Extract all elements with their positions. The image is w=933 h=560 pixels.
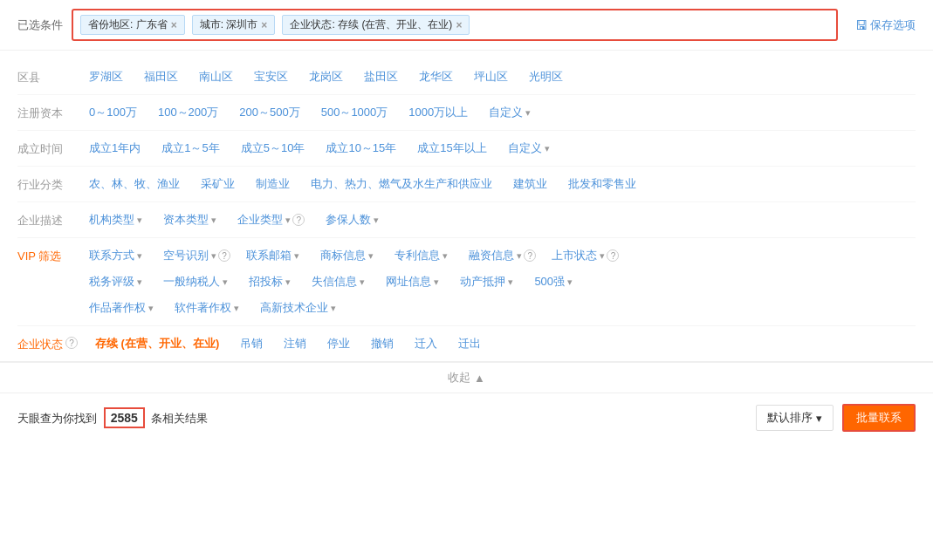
vip-row2: 税务评级 一般纳税人 招投标 失信信息 网址信息 动产抵押 500强 <box>17 266 916 292</box>
district-item-yantian[interactable]: 盐田区 <box>353 66 408 87</box>
capital-label: 注册资本 <box>17 102 79 121</box>
batch-contact-button[interactable]: 批量联系 <box>842 404 916 432</box>
status-item-cancelled[interactable]: 注销 <box>273 333 317 354</box>
district-item-longgang[interactable]: 龙岗区 <box>298 66 353 87</box>
financing-question-icon[interactable]: ? <box>524 249 536 262</box>
founded-item-1y[interactable]: 成立1年内 <box>79 138 151 159</box>
listed-question-icon[interactable]: ? <box>607 249 619 262</box>
vip-item-listed[interactable]: 上市状态 <box>552 248 605 263</box>
industry-item-mining[interactable]: 采矿业 <box>190 174 245 195</box>
result-prefix: 天眼查为你找到 <box>17 412 97 425</box>
district-item-baoan[interactable]: 宝安区 <box>244 66 298 87</box>
vip-items-row2: 税务评级 一般纳税人 招投标 失信信息 网址信息 动产抵押 500强 <box>79 271 916 292</box>
industry-items: 农、林、牧、渔业 采矿业 制造业 电力、热力、燃气及水生产和供应业 建筑业 批发… <box>79 174 916 195</box>
district-items: 罗湖区 福田区 南山区 宝安区 龙岗区 盐田区 龙华区 坪山区 光明区 <box>79 66 916 87</box>
filter-container: 区县 罗湖区 福田区 南山区 宝安区 龙岗区 盐田区 龙华区 坪山区 光明区 注… <box>0 51 933 362</box>
sort-button[interactable]: 默认排序 ▾ <box>756 405 834 431</box>
vip-item-500[interactable]: 500强 <box>524 271 583 292</box>
tag-status[interactable]: 企业状态: 存续 (在营、开业、在业) × <box>282 15 470 35</box>
save-label: 保存选项 <box>870 17 916 33</box>
desc-item-capital-type[interactable]: 资本类型 <box>153 209 227 230</box>
capital-item-500-1000[interactable]: 500～1000万 <box>311 102 399 123</box>
vip-item-trademark[interactable]: 商标信息 <box>310 245 384 266</box>
vip-item-listed-wrapper: 上市状态 ? <box>541 245 624 266</box>
tag-city-text: 城市: 深圳市 <box>200 17 258 32</box>
selected-tags-container: 省份地区: 广东省 × 城市: 深圳市 × 企业状态: 存续 (在营、开业、在业… <box>72 9 838 41</box>
capital-item-0-100[interactable]: 0～100万 <box>79 102 147 123</box>
tag-city-close[interactable]: × <box>261 19 267 31</box>
save-icon: 🖫 <box>855 18 868 32</box>
enterprise-type-question-icon[interactable]: ? <box>292 214 305 226</box>
vip-item-copyright-work[interactable]: 作品著作权 <box>79 297 164 318</box>
founded-item-10-15y[interactable]: 成立10～15年 <box>315 138 407 159</box>
vip-item-bidding[interactable]: 招投标 <box>238 271 301 292</box>
capital-item-custom[interactable]: 自定义 <box>478 102 541 123</box>
capital-filter-row: 注册资本 0～100万 100～200万 200～500万 500～1000万 … <box>17 95 916 131</box>
industry-item-power[interactable]: 电力、热力、燃气及水生产和供应业 <box>300 174 503 195</box>
vip-item-email[interactable]: 联系邮箱 <box>236 245 310 266</box>
industry-item-construction[interactable]: 建筑业 <box>503 174 558 195</box>
founded-item-custom[interactable]: 自定义 <box>497 138 560 159</box>
vip-item-patent[interactable]: 专利信息 <box>384 245 458 266</box>
enterprise-status-question-icon[interactable]: ? <box>65 337 78 349</box>
status-item-suspended[interactable]: 停业 <box>317 333 360 354</box>
vip-item-property[interactable]: 动产抵押 <box>449 271 524 292</box>
tag-status-close[interactable]: × <box>456 19 462 31</box>
vip-item-financing[interactable]: 融资信息 <box>469 248 522 263</box>
founded-item-1-5y[interactable]: 成立1～5年 <box>151 138 230 159</box>
capital-item-100-200[interactable]: 100～200万 <box>147 102 229 123</box>
vip-item-copyright-software[interactable]: 软件著作权 <box>164 297 250 318</box>
enterprise-status-label: 企业状态 <box>17 333 63 352</box>
status-item-revoked[interactable]: 吊销 <box>230 333 273 354</box>
vip-item-website[interactable]: 网址信息 <box>375 271 449 292</box>
district-item-luohu[interactable]: 罗湖区 <box>79 66 134 87</box>
desc-item-insured[interactable]: 参保人数 <box>315 209 389 230</box>
district-filter-row: 区县 罗湖区 福田区 南山区 宝安区 龙岗区 盐田区 龙华区 坪山区 光明区 <box>17 59 916 95</box>
founded-filter-row: 成立时间 成立1年内 成立1～5年 成立5～10年 成立10～15年 成立15年… <box>17 131 916 167</box>
capital-item-200-500[interactable]: 200～500万 <box>229 102 310 123</box>
founded-item-5-10y[interactable]: 成立5～10年 <box>230 138 316 159</box>
status-item-moved-in[interactable]: 迁入 <box>404 333 448 354</box>
vip-items-row3: 作品著作权 软件著作权 高新技术企业 <box>79 297 916 318</box>
vip-row2-spacer <box>17 271 79 275</box>
tag-province-close[interactable]: × <box>171 19 177 31</box>
vip-item-tax[interactable]: 税务评级 <box>79 271 153 292</box>
status-item-withdrawn[interactable]: 撤销 <box>360 333 404 354</box>
sort-label: 默认排序 <box>767 410 813 426</box>
desc-item-org-type[interactable]: 机构类型 <box>79 209 153 230</box>
collapse-row: 收起 ▲ <box>0 362 933 393</box>
founded-item-15yplus[interactable]: 成立15年以上 <box>407 138 497 159</box>
result-right: 默认排序 ▾ 批量联系 <box>756 404 916 432</box>
capital-item-1000plus[interactable]: 1000万以上 <box>398 102 478 123</box>
tag-province-text: 省份地区: 广东省 <box>88 17 168 32</box>
status-item-moved-out[interactable]: 迁出 <box>448 333 491 354</box>
empty-num-question-icon[interactable]: ? <box>218 249 230 262</box>
vip-item-empty-num[interactable]: 空号识别 <box>163 248 216 263</box>
tag-city[interactable]: 城市: 深圳市 × <box>192 15 276 35</box>
collapse-label: 收起 <box>448 370 470 386</box>
vip-item-high-tech[interactable]: 高新技术企业 <box>250 297 346 318</box>
industry-item-retail[interactable]: 批发和零售业 <box>558 174 647 195</box>
sort-arrow-icon: ▾ <box>816 412 822 425</box>
tag-province[interactable]: 省份地区: 广东省 × <box>80 15 185 35</box>
save-options-button[interactable]: 🖫 保存选项 <box>855 17 916 33</box>
vip-filter-row: VIP 筛选 联系方式 空号识别 ? 联系邮箱 商标信息 专利信息 融资信息 ?… <box>17 238 916 326</box>
district-item-pingshan[interactable]: 坪山区 <box>463 66 518 87</box>
district-item-nanshan[interactable]: 南山区 <box>189 66 244 87</box>
enterprise-status-label-wrapper: 企业状态 ? <box>17 333 78 352</box>
vip-item-dishonest[interactable]: 失信信息 <box>301 271 375 292</box>
founded-items: 成立1年内 成立1～5年 成立5～10年 成立10～15年 成立15年以上 自定… <box>79 138 916 159</box>
vip-row1: VIP 筛选 联系方式 空号识别 ? 联系邮箱 商标信息 专利信息 融资信息 ?… <box>17 245 916 266</box>
vip-item-taxpayer[interactable]: 一般纳税人 <box>153 271 238 292</box>
district-item-guangming[interactable]: 光明区 <box>518 66 573 87</box>
result-suffix: 条相关结果 <box>151 412 208 425</box>
industry-item-manufacturing[interactable]: 制造业 <box>245 174 300 195</box>
industry-item-agri[interactable]: 农、林、牧、渔业 <box>79 174 190 195</box>
vip-item-contact[interactable]: 联系方式 <box>79 245 153 266</box>
collapse-button[interactable]: 收起 ▲ <box>448 370 485 386</box>
district-item-longhua[interactable]: 龙华区 <box>408 66 463 87</box>
status-item-active[interactable]: 存续 (在营、开业、在业) <box>85 333 230 354</box>
vip-item-empty-wrapper: 空号识别 ? <box>153 245 236 266</box>
district-item-futian[interactable]: 福田区 <box>134 66 189 87</box>
desc-item-enterprise-type[interactable]: 企业类型 <box>237 212 291 228</box>
